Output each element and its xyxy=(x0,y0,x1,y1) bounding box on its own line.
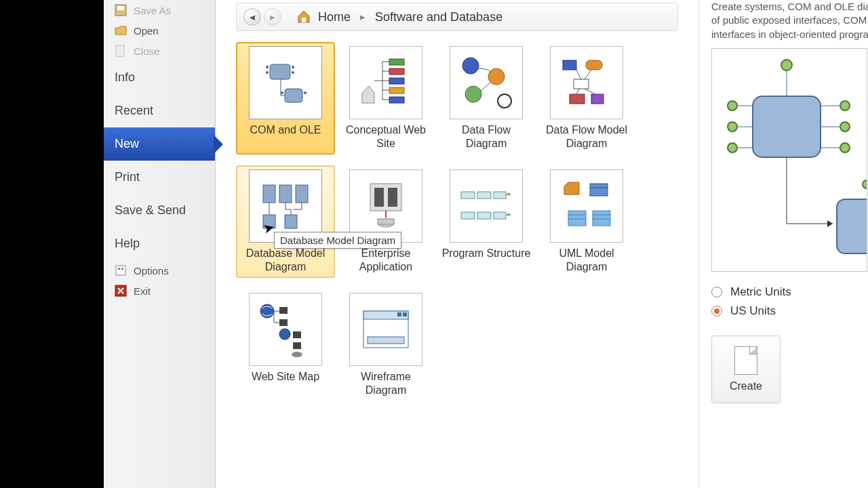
template-conceptual-web-site[interactable]: Conceptual Web Site xyxy=(336,42,435,155)
svg-rect-20 xyxy=(389,78,404,84)
svg-rect-85 xyxy=(363,311,408,319)
template-uml-model-diagram[interactable]: UML Model Diagram xyxy=(537,165,636,278)
home-icon[interactable] xyxy=(296,9,311,26)
sidebar-item-new[interactable]: New xyxy=(104,127,215,161)
svg-point-90 xyxy=(781,60,792,70)
radio-icon xyxy=(711,287,722,298)
template-description: Create systems, COM and OLE diag of publ… xyxy=(711,0,868,41)
tooltip: Database Model Diagram xyxy=(274,232,401,249)
svg-rect-5 xyxy=(121,268,123,270)
sidebar-item-label: Exit xyxy=(134,285,151,297)
right-panel: Create systems, COM and OLE diag of publ… xyxy=(698,0,868,488)
template-program-structure[interactable]: Program Structure xyxy=(437,165,536,278)
svg-point-107 xyxy=(863,180,867,188)
svg-rect-47 xyxy=(285,215,297,228)
template-label: COM and OLE xyxy=(250,123,321,150)
svg-point-17 xyxy=(304,92,307,94)
svg-line-41 xyxy=(576,89,579,94)
svg-rect-22 xyxy=(389,97,404,103)
svg-rect-7 xyxy=(302,18,306,22)
svg-rect-38 xyxy=(591,94,604,104)
svg-line-42 xyxy=(585,89,595,94)
template-thumbnail xyxy=(349,293,422,366)
svg-rect-66 xyxy=(590,184,608,196)
folder-open-icon xyxy=(115,24,127,37)
template-thumbnail xyxy=(249,46,322,119)
svg-rect-78 xyxy=(293,331,301,338)
sidebar-item-options[interactable]: Options xyxy=(104,260,215,281)
sidebar-item-exit[interactable]: Exit xyxy=(104,281,215,301)
sidebar-item-open[interactable]: Open xyxy=(104,20,215,41)
svg-rect-3 xyxy=(116,266,125,275)
svg-rect-88 xyxy=(368,337,404,344)
sidebar-item-info[interactable]: Info xyxy=(104,61,215,94)
sidebar-item-help[interactable]: Help xyxy=(104,227,215,260)
svg-rect-34 xyxy=(563,60,576,70)
svg-rect-68 xyxy=(568,211,586,226)
template-thumbnail xyxy=(550,169,623,243)
sidebar-item-label: Open xyxy=(134,25,159,37)
svg-rect-65 xyxy=(494,212,506,219)
close-file-icon xyxy=(115,45,127,57)
template-database-model-diagram[interactable]: Database Model Diagram ➤ Database Model … xyxy=(236,165,335,278)
svg-rect-21 xyxy=(389,87,404,94)
template-grid: COM and OLE Conceptual Web Site xyxy=(216,34,698,488)
template-label: Conceptual Web Site xyxy=(340,123,431,150)
sidebar-item-label: Print xyxy=(115,170,140,184)
radio-us-units[interactable]: US Units xyxy=(711,304,868,318)
template-web-site-map[interactable]: Web Site Map xyxy=(236,289,335,401)
svg-point-100 xyxy=(840,122,850,131)
svg-rect-35 xyxy=(586,60,602,70)
template-thumbnail xyxy=(450,46,523,119)
radio-metric-units[interactable]: Metric Units xyxy=(711,285,868,299)
svg-rect-63 xyxy=(461,212,475,219)
breadcrumb-separator-icon: ▸ xyxy=(360,11,366,23)
svg-rect-9 xyxy=(285,89,302,102)
sidebar-item-recent[interactable]: Recent xyxy=(104,94,215,127)
template-preview xyxy=(711,48,867,272)
template-label: Database Model Diagram xyxy=(240,247,331,274)
sidebar-item-save-send[interactable]: Save & Send xyxy=(104,194,215,227)
svg-rect-56 xyxy=(388,188,397,207)
template-wireframe-diagram[interactable]: Wireframe Diagram xyxy=(336,289,435,401)
svg-rect-71 xyxy=(593,211,610,226)
create-button-label: Create xyxy=(730,380,762,392)
svg-point-96 xyxy=(728,143,737,152)
template-com-and-ole[interactable]: COM and OLE xyxy=(236,42,335,155)
svg-rect-61 xyxy=(477,192,491,199)
template-data-flow-diagram[interactable]: Data Flow Diagram xyxy=(437,42,536,155)
svg-point-94 xyxy=(728,122,737,131)
radio-icon xyxy=(711,306,722,317)
nav-forward-button[interactable]: ► xyxy=(264,8,281,26)
create-button[interactable]: Create xyxy=(711,336,781,403)
svg-point-15 xyxy=(292,71,294,74)
svg-rect-19 xyxy=(389,68,404,75)
svg-rect-89 xyxy=(753,96,821,157)
sidebar-item-label: New xyxy=(115,137,139,151)
svg-point-98 xyxy=(840,101,850,110)
svg-rect-58 xyxy=(378,219,394,224)
breadcrumb-home[interactable]: Home xyxy=(318,10,351,24)
sidebar-item-label: Info xyxy=(115,70,135,85)
breadcrumb-current[interactable]: Software and Database xyxy=(375,10,502,24)
template-thumbnail xyxy=(450,169,523,243)
svg-line-39 xyxy=(576,70,581,79)
template-data-flow-model-diagram[interactable]: Data Flow Model Diagram xyxy=(537,42,636,155)
svg-point-14 xyxy=(292,66,294,68)
svg-point-33 xyxy=(498,94,511,108)
svg-rect-1 xyxy=(117,6,124,10)
svg-rect-18 xyxy=(389,59,404,65)
template-label: Wireframe Diagram xyxy=(340,370,431,397)
template-thumbnail xyxy=(249,293,322,366)
breadcrumb: ◄ ► Home ▸ Software and Database xyxy=(236,3,678,31)
svg-rect-43 xyxy=(263,185,275,203)
svg-rect-87 xyxy=(403,312,407,317)
template-enterprise-application[interactable]: Enterprise Application xyxy=(336,165,435,278)
nav-back-button[interactable]: ◄ xyxy=(243,8,261,26)
svg-point-16 xyxy=(281,92,283,94)
sidebar-item-label: Help xyxy=(115,237,140,251)
sidebar-item-print[interactable]: Print xyxy=(104,161,215,194)
svg-point-77 xyxy=(279,329,290,340)
backstage-sidebar: Save As Open Close Info Recent New Print… xyxy=(104,0,216,488)
svg-rect-4 xyxy=(118,268,120,270)
